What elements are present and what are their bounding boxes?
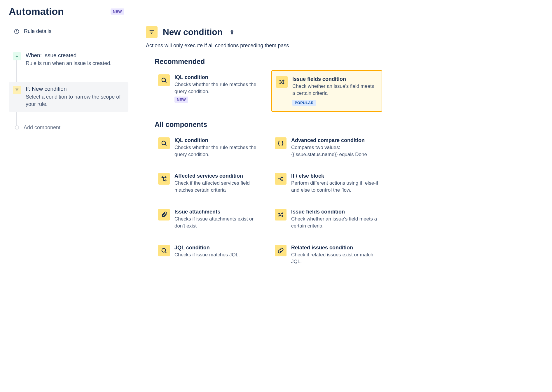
condition-card[interactable]: If / else blockPerform different actions… <box>271 169 382 198</box>
condition-card[interactable]: Issue fields conditionCheck whether an i… <box>271 70 382 112</box>
shuffle-icon <box>276 76 288 88</box>
card-title: Related issues condition <box>291 245 379 251</box>
rule-tree: When: Issue created Rule is run when an … <box>9 49 128 132</box>
attachment-icon <box>158 209 170 220</box>
search-icon <box>158 74 170 86</box>
new-badge: NEW <box>174 97 188 103</box>
card-title: Affected services condition <box>174 173 262 179</box>
card-description: Check if related issues exist or match J… <box>291 251 379 265</box>
svg-point-19 <box>162 248 166 252</box>
card-description: Checks if issue attachments exist or don… <box>174 216 262 230</box>
add-circle-icon <box>15 125 19 130</box>
condition-card[interactable]: IQL conditionChecks whether the rule mat… <box>155 133 265 162</box>
condition-card[interactable]: IQL conditionChecks whether the rule mat… <box>155 70 265 112</box>
delete-button[interactable] <box>228 28 236 36</box>
tree-item-trigger[interactable]: When: Issue created Rule is run when an … <box>9 49 128 71</box>
condition-card[interactable]: Related issues conditionCheck if related… <box>271 241 382 270</box>
search-icon <box>158 137 170 149</box>
condition-card[interactable]: Affected services conditionCheck if the … <box>155 169 265 198</box>
condition-title: If: New condition <box>26 86 124 92</box>
plus-icon <box>13 52 21 60</box>
card-title: Issue fields condition <box>292 76 378 82</box>
sidebar: Automation NEW Rule details When: Issue … <box>9 6 128 278</box>
condition-card[interactable]: Issue fields conditionCheck whether an i… <box>271 205 382 234</box>
card-description: Checks whether the rule matches the quer… <box>174 144 262 158</box>
page-header: Automation NEW <box>9 6 128 17</box>
svg-rect-11 <box>231 30 233 31</box>
main-panel: New condition Actions will only execute … <box>146 6 382 278</box>
popular-badge: POPULAR <box>292 100 316 106</box>
card-description: Compares two values: {{issue.status.name… <box>291 144 379 158</box>
svg-point-2 <box>17 30 17 31</box>
svg-point-14 <box>162 141 166 145</box>
new-badge: NEW <box>111 8 124 15</box>
card-description: Check whether an issue's field meets a c… <box>291 216 379 230</box>
card-title: If / else block <box>291 173 379 179</box>
all-components-grid: IQL conditionChecks whether the rule mat… <box>155 133 382 269</box>
trigger-desc: Rule is run when an issue is created. <box>26 60 124 67</box>
add-component-button[interactable]: Add component <box>9 123 128 132</box>
branch-icon <box>275 173 287 185</box>
card-title: Issue fields condition <box>291 209 379 215</box>
recommended-heading: Recommended <box>155 57 382 66</box>
card-title: JQL condition <box>174 245 262 251</box>
card-description: Check if the affected services field mat… <box>174 180 262 194</box>
svg-point-18 <box>165 180 166 181</box>
card-title: Advanced compare condition <box>291 137 379 144</box>
card-description: Perform different actions using if, else… <box>291 180 379 194</box>
svg-line-20 <box>165 251 167 253</box>
tree-item-condition[interactable]: If: New condition Select a condition to … <box>9 82 128 111</box>
main-subtitle: Actions will only execute if all conditi… <box>146 42 382 49</box>
condition-desc: Select a condition to narrow the scope o… <box>26 93 124 108</box>
card-title: Issue attachments <box>174 209 262 215</box>
search-icon <box>158 245 170 256</box>
filter-icon <box>146 26 158 38</box>
shuffle-icon <box>275 209 287 220</box>
condition-card[interactable]: Advanced compare conditionCompares two v… <box>271 133 382 162</box>
svg-line-15 <box>165 144 167 146</box>
rule-details-label: Rule details <box>24 28 51 34</box>
all-components-heading: All components <box>155 120 382 129</box>
braces-icon <box>275 137 287 149</box>
card-title: IQL condition <box>174 137 262 144</box>
card-description: Checks whether the rule matches the quer… <box>174 81 262 95</box>
svg-line-13 <box>165 81 167 83</box>
recommended-grid: IQL conditionChecks whether the rule mat… <box>155 70 382 112</box>
svg-point-12 <box>162 78 166 82</box>
trigger-title: When: Issue created <box>26 52 124 59</box>
card-title: IQL condition <box>174 74 262 80</box>
svg-point-16 <box>162 177 163 178</box>
info-icon <box>14 29 19 34</box>
rule-details-link[interactable]: Rule details <box>9 26 128 40</box>
filter-icon <box>13 86 21 94</box>
page-title: Automation <box>9 6 64 17</box>
nodes-icon <box>158 173 170 185</box>
condition-card[interactable]: JQL conditionChecks if issue matches JQL… <box>155 241 265 270</box>
add-component-label: Add component <box>24 125 60 131</box>
card-description: Check whether an issue's field meets a c… <box>292 83 378 97</box>
main-title: New condition <box>163 27 223 37</box>
svg-point-17 <box>165 177 166 178</box>
link-icon <box>275 245 287 256</box>
card-description: Checks if issue matches JQL. <box>174 251 262 258</box>
condition-card[interactable]: Issue attachmentsChecks if issue attachm… <box>155 205 265 234</box>
